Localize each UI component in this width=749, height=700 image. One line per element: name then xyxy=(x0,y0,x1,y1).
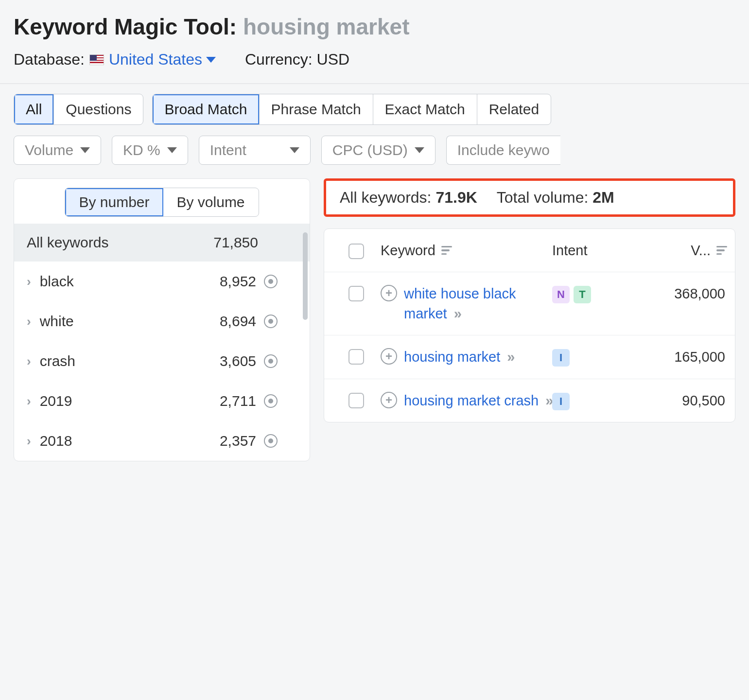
keyword-link[interactable]: housing market xyxy=(404,349,500,365)
volume-cell: 90,500 xyxy=(635,391,727,409)
expand-icon[interactable]: » xyxy=(507,349,512,365)
tab-phrase-match[interactable]: Phrase Match xyxy=(260,94,373,124)
database-label: Database: xyxy=(14,51,85,69)
currency-label: Currency: xyxy=(245,51,313,68)
row-checkbox[interactable] xyxy=(348,286,364,301)
group-row[interactable]: › 2019 2,711 xyxy=(14,381,310,421)
chevron-down-icon xyxy=(167,147,177,153)
keyword-link[interactable]: white house black market xyxy=(404,286,516,321)
group-count: 2,357 xyxy=(220,433,256,449)
eye-icon[interactable] xyxy=(264,275,278,288)
stats-all-kw-value: 71.9K xyxy=(435,189,477,206)
tab-questions[interactable]: Questions xyxy=(54,94,143,124)
database-selector[interactable]: Database: United States xyxy=(14,51,216,69)
add-keyword-icon[interactable]: + xyxy=(381,348,397,365)
row-checkbox[interactable] xyxy=(348,393,364,408)
eye-icon[interactable] xyxy=(264,354,278,368)
chevron-right-icon: › xyxy=(27,314,31,329)
group-row[interactable]: › black 8,952 xyxy=(14,262,310,301)
eye-icon[interactable] xyxy=(264,315,278,328)
volume-cell: 165,000 xyxy=(635,347,727,365)
stats-total-vol-label: Total volume: xyxy=(497,189,589,206)
filter-cpc-label: CPC (USD) xyxy=(332,142,408,158)
group-name: 2019 xyxy=(40,393,72,409)
tab-related[interactable]: Related xyxy=(477,94,551,124)
filter-intent[interactable]: Intent xyxy=(199,136,311,165)
title-prefix: Keyword Magic Tool: xyxy=(14,14,237,39)
table-row: + white house black market » NT 368,000 xyxy=(324,272,735,335)
group-name: 2018 xyxy=(40,433,72,449)
filter-cpc[interactable]: CPC (USD) xyxy=(321,136,435,165)
divider xyxy=(0,83,749,84)
filter-volume[interactable]: Volume xyxy=(14,136,101,165)
toggle-by-number[interactable]: By number xyxy=(65,188,163,216)
currency-value: USD xyxy=(317,51,350,68)
filter-include-keywords[interactable]: Include keywo xyxy=(446,136,560,165)
group-row[interactable]: › crash 3,605 xyxy=(14,341,310,381)
chevron-down-icon xyxy=(415,147,424,153)
intent-badge-i: I xyxy=(552,393,570,410)
table-header: Keyword Intent V... xyxy=(324,229,735,272)
expand-icon[interactable]: » xyxy=(454,306,459,321)
table-row: + housing market crash » I 90,500 xyxy=(324,379,735,422)
eye-icon[interactable] xyxy=(264,394,278,408)
stats-total-vol-value: 2M xyxy=(592,189,614,206)
tab-broad-match[interactable]: Broad Match xyxy=(153,94,259,124)
title-query: housing market xyxy=(243,14,410,39)
intent-badge-i: I xyxy=(552,349,570,367)
col-intent-label: Intent xyxy=(552,243,588,259)
select-all-checkbox[interactable] xyxy=(348,244,364,259)
chevron-right-icon: › xyxy=(27,394,31,409)
keywords-table: Keyword Intent V... + white house black … xyxy=(324,228,735,422)
intent-badge-n: N xyxy=(552,286,570,303)
toggle-by-volume[interactable]: By volume xyxy=(163,188,259,216)
all-keywords-count: 71,850 xyxy=(213,234,297,251)
row-checkbox[interactable] xyxy=(348,349,364,365)
keyword-type-tabs: All Questions xyxy=(14,94,143,125)
match-type-tabs: Broad Match Phrase Match Exact Match Rel… xyxy=(152,94,551,125)
eye-icon[interactable] xyxy=(264,434,278,448)
chevron-right-icon: › xyxy=(27,434,31,449)
us-flag-icon xyxy=(89,54,104,65)
expand-icon[interactable]: » xyxy=(545,393,550,408)
all-keywords-row[interactable]: All keywords 71,850 xyxy=(14,224,310,262)
group-row[interactable]: › 2018 2,357 xyxy=(14,421,310,461)
intent-cell: NT xyxy=(552,284,635,303)
tab-exact-match[interactable]: Exact Match xyxy=(373,94,477,124)
add-keyword-icon[interactable]: + xyxy=(381,285,397,301)
sort-icon xyxy=(716,246,727,255)
filter-kd[interactable]: KD % xyxy=(112,136,188,165)
col-volume-label: V... xyxy=(691,243,711,259)
group-name: black xyxy=(40,273,74,290)
group-row[interactable]: › white 8,694 xyxy=(14,301,310,341)
volume-cell: 368,000 xyxy=(635,284,727,302)
stats-all-kw-label: All keywords: xyxy=(340,189,432,206)
col-volume[interactable]: V... xyxy=(635,243,727,259)
group-count: 2,711 xyxy=(220,393,256,409)
filter-include-label: Include keywo xyxy=(457,142,550,158)
group-count: 8,952 xyxy=(220,273,256,290)
chevron-down-icon xyxy=(80,147,90,153)
sort-toggle: By number By volume xyxy=(65,188,259,217)
group-name: crash xyxy=(40,353,75,369)
chevron-right-icon: › xyxy=(27,354,31,369)
filter-kd-label: KD % xyxy=(123,142,160,158)
intent-cell: I xyxy=(552,347,635,367)
tab-all[interactable]: All xyxy=(14,94,54,124)
intent-badge-t: T xyxy=(574,286,591,303)
database-value: United States xyxy=(109,51,202,69)
col-keyword-label: Keyword xyxy=(381,243,435,259)
stats-summary: All keywords: 71.9K Total volume: 2M xyxy=(324,178,735,217)
group-name: white xyxy=(40,313,74,330)
col-keyword[interactable]: Keyword xyxy=(381,243,552,259)
intent-cell: I xyxy=(552,391,635,410)
add-keyword-icon[interactable]: + xyxy=(381,392,397,408)
chevron-right-icon: › xyxy=(27,274,31,289)
sort-icon xyxy=(441,246,452,255)
page-title: Keyword Magic Tool: housing market xyxy=(14,14,735,40)
keyword-link[interactable]: housing market crash xyxy=(404,393,539,408)
scrollbar[interactable] xyxy=(303,232,308,320)
chevron-down-icon xyxy=(206,57,216,63)
col-intent[interactable]: Intent xyxy=(552,243,635,259)
chevron-down-icon xyxy=(290,147,299,153)
